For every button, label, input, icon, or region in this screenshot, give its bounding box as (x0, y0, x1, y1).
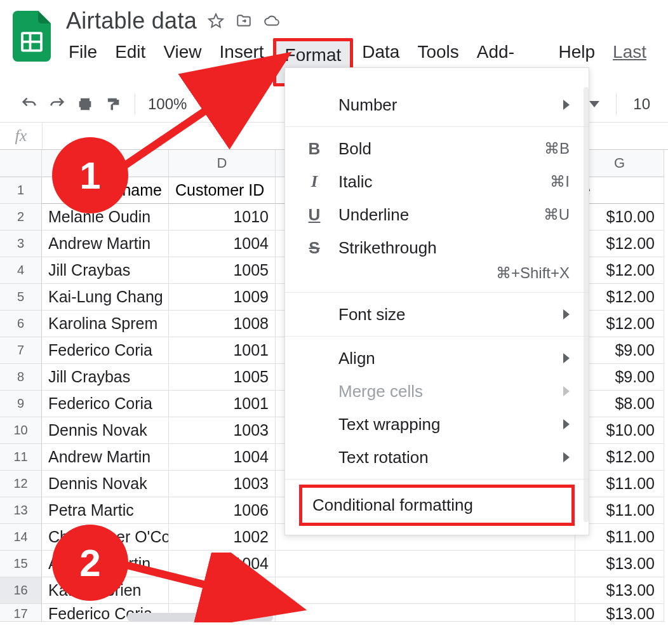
cell-hidden[interactable] (276, 551, 575, 577)
document-title[interactable]: Airtable data (66, 8, 197, 34)
row-header[interactable]: 1 (0, 177, 42, 204)
menu-view[interactable]: View (154, 38, 210, 86)
paint-format-icon[interactable] (102, 93, 124, 116)
blank-icon (304, 381, 324, 401)
cell-customer-id[interactable]: 1005 (169, 364, 276, 391)
format-dropdown: Number B Bold ⌘B I Italic ⌘I U Underline… (284, 67, 589, 535)
row-header[interactable]: 5 (0, 284, 42, 311)
font-size-value[interactable]: 10 (633, 95, 650, 113)
submenu-arrow-icon (563, 353, 570, 363)
cell-customer-id[interactable]: 1009 (169, 284, 276, 311)
undo-icon[interactable] (18, 93, 41, 116)
cell-customer-id[interactable]: 1006 (169, 497, 276, 524)
shortcut-label: ⌘B (544, 140, 570, 158)
menu-merge-cells: Merge cells (285, 375, 589, 408)
cell-price[interactable]: $13.00 (575, 551, 664, 577)
row-header[interactable]: 6 (0, 311, 42, 337)
row-header[interactable]: 17 (0, 604, 42, 622)
menu-edit[interactable]: Edit (106, 38, 154, 86)
row-header[interactable]: 10 (0, 417, 42, 444)
cell-name[interactable]: Federico Coria (42, 337, 169, 364)
menu-strikethrough[interactable]: S Strikethrough (285, 231, 589, 264)
menu-italic[interactable]: I Italic ⌘I (285, 165, 589, 198)
cell-customer-id[interactable]: 1001 (169, 337, 276, 364)
row-header[interactable]: 3 (0, 231, 42, 257)
star-icon[interactable] (207, 12, 225, 30)
cell-hidden[interactable] (276, 577, 575, 604)
cell-price[interactable]: $13.00 (575, 577, 664, 604)
row-header[interactable]: 7 (0, 337, 42, 364)
cell-name[interactable]: Dennis Novak (42, 417, 169, 444)
row-header[interactable]: 13 (0, 497, 42, 524)
cell-customer-id[interactable]: 1004 (169, 444, 276, 471)
bold-icon: B (304, 138, 324, 159)
move-folder-icon[interactable] (235, 12, 253, 30)
cell-name[interactable]: Kai-Lung Chang (42, 284, 169, 311)
cell-name[interactable]: Karolina Sprem (42, 311, 169, 337)
sheets-logo[interactable] (13, 10, 51, 62)
submenu-arrow-icon (563, 100, 570, 110)
cell-customer-id[interactable]: 1001 (169, 391, 276, 417)
row-header[interactable]: 8 (0, 364, 42, 391)
row-header[interactable]: 14 (0, 524, 42, 551)
cell-customer-id[interactable]: 1010 (169, 204, 276, 231)
row-header[interactable]: 11 (0, 444, 42, 471)
blank-icon (304, 304, 324, 325)
header-customer-id[interactable]: Customer ID (169, 177, 276, 204)
dropdown-scrollbar[interactable] (584, 87, 589, 522)
menu-text-rotation[interactable]: Text rotation (285, 441, 589, 474)
menu-font-size[interactable]: Font size (285, 298, 589, 331)
cell-customer-id[interactable]: 1005 (169, 257, 276, 284)
zoom-level[interactable]: 100% (145, 95, 189, 113)
cell-customer-id[interactable]: 1008 (169, 311, 276, 337)
cell-name[interactable]: Andrew Martin (42, 231, 169, 257)
annotation-badge-2: 2 (52, 525, 128, 601)
shortcut-label: ⌘I (550, 173, 570, 191)
cell-name[interactable]: Jill Craybas (42, 257, 169, 284)
submenu-arrow-icon (563, 386, 570, 396)
cell-customer-id[interactable]: 1007 (169, 577, 276, 604)
dropdown-caret-icon[interactable] (589, 101, 599, 107)
italic-icon: I (304, 171, 324, 192)
menu-text-wrapping[interactable]: Text wrapping (285, 408, 589, 441)
cell-customer-id[interactable]: 1003 (169, 471, 276, 497)
toolbar-separator (616, 93, 617, 115)
cell-hidden[interactable] (276, 604, 575, 622)
cell-customer-id[interactable]: 1003 (169, 417, 276, 444)
annotation-badge-1: 1 (52, 137, 128, 213)
row-header[interactable]: 2 (0, 204, 42, 231)
cell-name[interactable]: Dennis Novak (42, 471, 169, 497)
cell-price[interactable]: $13.00 (575, 604, 664, 622)
menu-file[interactable]: File (60, 38, 106, 86)
select-all-corner[interactable] (0, 150, 42, 177)
menu-underline[interactable]: U Underline ⌘U (285, 198, 589, 231)
menu-align[interactable]: Align (285, 342, 589, 375)
cell-customer-id[interactable]: 1004 (169, 231, 276, 257)
menu-number[interactable]: Number (285, 88, 589, 121)
shortcut-label: ⌘U (544, 206, 570, 224)
cell-name[interactable]: Petra Martic (42, 497, 169, 524)
row-header[interactable]: 12 (0, 471, 42, 497)
cell-customer-id[interactable]: 1004 (169, 551, 276, 577)
horizontal-scrollbar[interactable] (127, 613, 273, 622)
menu-insert[interactable]: Insert (211, 38, 273, 86)
print-icon[interactable] (74, 93, 97, 116)
menu-conditional-formatting[interactable]: Conditional formatting (299, 485, 575, 526)
blank-icon (304, 414, 324, 434)
cloud-status-icon[interactable] (263, 12, 281, 30)
row-header[interactable]: 9 (0, 391, 42, 417)
cell-name[interactable]: Federico Coria (42, 391, 169, 417)
col-header-D[interactable]: D (169, 150, 276, 177)
row-header[interactable]: 16 (0, 577, 42, 604)
cell-name[interactable]: Jill Craybas (42, 364, 169, 391)
submenu-arrow-icon (563, 419, 570, 429)
cell-customer-id[interactable]: 1002 (169, 524, 276, 551)
blank-icon (304, 447, 324, 467)
row-header[interactable]: 15 (0, 551, 42, 577)
menu-bold[interactable]: B Bold ⌘B (285, 132, 589, 165)
submenu-arrow-icon (563, 309, 570, 319)
redo-icon[interactable] (46, 93, 69, 116)
cell-name[interactable]: Andrew Martin (42, 444, 169, 471)
menu-last-edit[interactable]: Last (604, 38, 655, 86)
row-header[interactable]: 4 (0, 257, 42, 284)
